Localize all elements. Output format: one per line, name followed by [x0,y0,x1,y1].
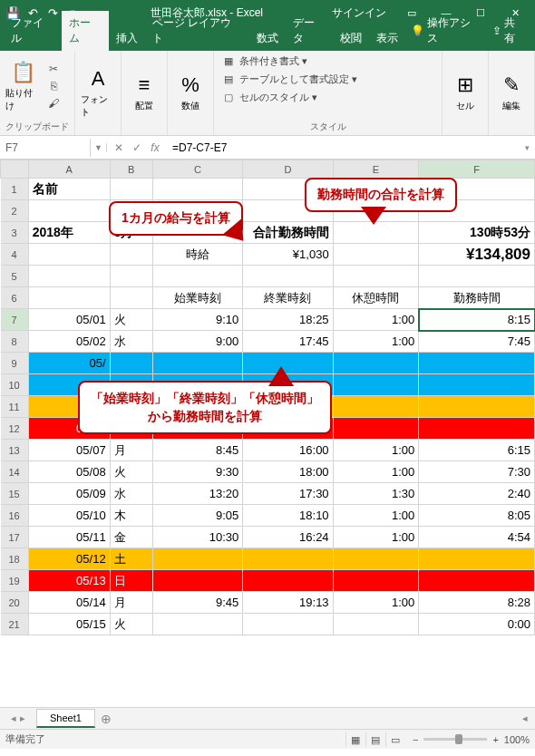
format-as-table-button[interactable]: ▤テーブルとして書式設定 ▾ [219,72,359,87]
row-header[interactable]: 1 [1,179,29,200]
cell[interactable]: 火 [110,309,152,331]
cell[interactable]: 4:54 [419,527,535,548]
cell[interactable]: 1:00 [333,592,419,614]
format-painter-icon[interactable]: 🖌 [44,95,63,111]
row-header[interactable]: 10 [1,374,29,396]
cell[interactable]: 終業時刻 [243,287,333,309]
copy-icon[interactable]: ⎘ [44,78,63,94]
zoom-level[interactable]: 100% [504,734,530,745]
col-header-D[interactable]: D [243,160,333,179]
cell[interactable] [110,353,152,374]
tab-insert[interactable]: 挿入 [109,26,145,51]
cancel-formula-icon[interactable]: ✕ [111,141,127,154]
cell[interactable]: 火 [110,614,152,635]
cell[interactable]: 19:13 [243,592,333,614]
tab-layout[interactable]: ページ レイアウト [145,11,249,51]
col-header-A[interactable]: A [28,160,110,179]
paste-button[interactable]: 📋貼り付け [5,59,40,113]
align-group-button[interactable]: ≡配置 [127,65,161,120]
cell[interactable]: 8:15 [419,309,535,331]
cell[interactable]: 18:10 [243,505,333,527]
row-header[interactable]: 4 [1,244,29,266]
col-header-F[interactable]: F [419,160,535,179]
row-header[interactable]: 3 [1,222,29,244]
cell[interactable]: 05/14 [28,592,110,614]
cell[interactable]: 0:00 [419,614,535,635]
row-header[interactable]: 8 [1,331,29,353]
cell[interactable]: 日 [110,570,152,592]
cell[interactable] [110,244,152,266]
cell[interactable]: 金 [110,527,152,548]
cell[interactable] [333,396,419,418]
cell[interactable]: ¥134,809 [419,244,535,266]
cell[interactable]: 8:28 [419,592,535,614]
cell[interactable]: 130時53分 [419,222,535,244]
cell[interactable]: 1:00 [333,309,419,331]
cell[interactable]: 2018年 [28,222,110,244]
cell[interactable]: 9:10 [152,309,242,331]
cell[interactable]: 休憩時間 [333,287,419,309]
row-header[interactable]: 2 [1,200,29,222]
cell[interactable] [333,353,419,374]
cell[interactable] [152,570,242,592]
cell[interactable]: 1:30 [333,483,419,505]
cell[interactable] [419,353,535,374]
cells-group-button[interactable]: ⊞セル [448,65,482,120]
tab-data[interactable]: データ [286,11,333,51]
cell[interactable] [243,266,333,287]
tab-file[interactable]: ファイル [4,11,62,51]
row-header[interactable]: 18 [1,548,29,570]
add-sheet-icon[interactable]: ⊕ [95,712,117,726]
cell[interactable]: 9:45 [152,592,242,614]
cell[interactable] [333,570,419,592]
cell[interactable]: 05/01 [28,309,110,331]
cell[interactable]: 月 [110,440,152,461]
cell[interactable] [419,266,535,287]
cell[interactable] [28,200,110,222]
number-group-button[interactable]: %数値 [173,65,208,120]
row-header[interactable]: 6 [1,287,29,309]
cell[interactable]: 1:00 [333,505,419,527]
cell[interactable] [333,222,419,244]
namebox-dropdown-icon[interactable]: ▼ [91,143,107,152]
share-button[interactable]: ⇪共有 [487,11,531,51]
formula-expand-icon[interactable]: ▾ [519,143,535,152]
cell[interactable] [152,548,242,570]
cell[interactable] [243,614,333,635]
tab-view[interactable]: 表示 [369,26,405,51]
cell[interactable] [333,418,419,440]
cell[interactable] [333,548,419,570]
row-header[interactable]: 7 [1,309,29,331]
cell[interactable]: 17:45 [243,331,333,353]
row-header[interactable]: 21 [1,614,29,635]
cell[interactable]: 合計勤務時間 [243,222,333,244]
cell[interactable]: 水 [110,331,152,353]
row-header[interactable]: 9 [1,353,29,374]
cell[interactable] [28,244,110,266]
cell[interactable]: 17:30 [243,483,333,505]
tab-formula[interactable]: 数式 [249,26,286,51]
fx-icon[interactable]: fx [147,141,163,154]
row-header[interactable]: 16 [1,505,29,527]
cell[interactable] [152,179,242,200]
cell[interactable]: 1:00 [333,331,419,353]
cell[interactable]: ¥1,030 [243,244,333,266]
cell[interactable] [419,374,535,396]
cell[interactable]: 勤務時間 [419,287,535,309]
row-header[interactable]: 17 [1,527,29,548]
cell[interactable]: 名前 [28,179,110,200]
cell[interactable]: 始業時刻 [152,287,242,309]
cell[interactable]: 時給 [152,244,242,266]
cell[interactable]: 18:00 [243,461,333,483]
cell[interactable] [152,614,242,635]
cut-icon[interactable]: ✂ [44,61,63,77]
sheet-nav[interactable]: ◂ ▸ [0,712,36,724]
tab-review[interactable]: 校閲 [333,26,369,51]
zoom-out-icon[interactable]: − [413,734,418,745]
cell[interactable] [333,266,419,287]
cell-styles-button[interactable]: ▢セルのスタイル ▾ [219,90,319,105]
worksheet-grid[interactable]: ABCDEF 1名前232018年5月合計勤務時間130時53分4時給¥1,03… [0,160,535,707]
row-header[interactable]: 13 [1,440,29,461]
signin-button[interactable]: サインイン [332,5,386,21]
cell[interactable]: 05/13 [28,570,110,592]
